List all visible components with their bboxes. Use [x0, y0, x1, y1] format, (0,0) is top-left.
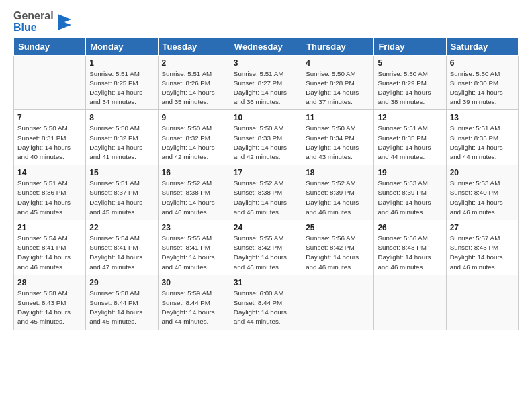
calendar-cell: 3Sunrise: 5:51 AMSunset: 8:27 PMDaylight… [230, 55, 302, 110]
day-number: 6 [450, 58, 515, 68]
day-number: 14 [17, 168, 82, 177]
day-number: 25 [306, 223, 370, 232]
calendar-cell: 26Sunrise: 5:56 AMSunset: 8:43 PMDayligh… [374, 220, 446, 275]
day-number: 26 [378, 223, 442, 232]
calendar-cell: 11Sunrise: 5:50 AMSunset: 8:34 PMDayligh… [302, 110, 374, 165]
day-number: 1 [89, 58, 154, 68]
calendar-cell: 13Sunrise: 5:51 AMSunset: 8:35 PMDayligh… [446, 110, 518, 165]
calendar-cell: 8Sunrise: 5:50 AMSunset: 8:32 PMDaylight… [86, 110, 158, 165]
day-info: Sunrise: 5:56 AMSunset: 8:43 PMDaylight:… [378, 234, 442, 272]
calendar-cell: 23Sunrise: 5:55 AMSunset: 8:41 PMDayligh… [158, 220, 230, 275]
calendar-cell: 10Sunrise: 5:50 AMSunset: 8:33 PMDayligh… [230, 110, 302, 165]
day-info: Sunrise: 5:52 AMSunset: 8:38 PMDaylight:… [162, 179, 226, 217]
calendar-cell: 2Sunrise: 5:51 AMSunset: 8:26 PMDaylight… [158, 55, 230, 110]
day-info: Sunrise: 5:54 AMSunset: 8:41 PMDaylight:… [89, 234, 154, 272]
calendar-cell: 1Sunrise: 5:51 AMSunset: 8:25 PMDaylight… [86, 55, 158, 110]
day-info: Sunrise: 5:51 AMSunset: 8:37 PMDaylight:… [89, 179, 154, 217]
day-info: Sunrise: 5:51 AMSunset: 8:35 PMDaylight:… [378, 124, 442, 162]
day-info: Sunrise: 5:54 AMSunset: 8:41 PMDaylight:… [17, 234, 82, 272]
day-number: 30 [162, 278, 226, 287]
day-info: Sunrise: 5:50 AMSunset: 8:33 PMDaylight:… [234, 124, 298, 162]
day-number: 16 [162, 168, 226, 177]
day-number: 27 [450, 223, 515, 232]
calendar-cell: 27Sunrise: 5:57 AMSunset: 8:43 PMDayligh… [446, 220, 518, 275]
day-number: 28 [17, 278, 82, 287]
day-header-wednesday: Wednesday [230, 38, 302, 55]
day-info: Sunrise: 5:52 AMSunset: 8:39 PMDaylight:… [306, 179, 370, 217]
day-number: 8 [89, 113, 154, 122]
calendar-cell: 6Sunrise: 5:50 AMSunset: 8:30 PMDaylight… [446, 55, 518, 110]
day-number: 22 [89, 223, 154, 232]
day-number: 29 [89, 278, 154, 287]
day-number: 10 [234, 113, 298, 122]
day-number: 13 [450, 113, 515, 122]
day-number: 15 [89, 168, 154, 177]
day-info: Sunrise: 5:50 AMSunset: 8:28 PMDaylight:… [306, 69, 370, 107]
calendar-table: SundayMondayTuesdayWednesdayThursdayFrid… [13, 38, 519, 330]
day-info: Sunrise: 5:55 AMSunset: 8:42 PMDaylight:… [234, 234, 298, 272]
day-info: Sunrise: 5:53 AMSunset: 8:39 PMDaylight:… [378, 179, 442, 217]
day-number: 2 [162, 58, 226, 68]
day-info: Sunrise: 5:51 AMSunset: 8:27 PMDaylight:… [234, 69, 298, 107]
day-info: Sunrise: 5:57 AMSunset: 8:43 PMDaylight:… [450, 234, 515, 272]
calendar-cell: 30Sunrise: 5:59 AMSunset: 8:44 PMDayligh… [158, 275, 230, 330]
day-number: 5 [378, 58, 442, 68]
day-info: Sunrise: 5:58 AMSunset: 8:43 PMDaylight:… [17, 289, 82, 327]
day-number: 23 [162, 223, 226, 232]
day-info: Sunrise: 5:50 AMSunset: 8:31 PMDaylight:… [17, 124, 82, 162]
calendar-cell: 28Sunrise: 5:58 AMSunset: 8:43 PMDayligh… [14, 275, 86, 330]
day-info: Sunrise: 5:51 AMSunset: 8:36 PMDaylight:… [17, 179, 82, 217]
day-info: Sunrise: 5:51 AMSunset: 8:35 PMDaylight:… [450, 124, 515, 162]
day-info: Sunrise: 5:50 AMSunset: 8:32 PMDaylight:… [162, 124, 226, 162]
calendar-cell: 21Sunrise: 5:54 AMSunset: 8:41 PMDayligh… [14, 220, 86, 275]
calendar-cell: 18Sunrise: 5:52 AMSunset: 8:39 PMDayligh… [302, 165, 374, 220]
calendar-cell: 16Sunrise: 5:52 AMSunset: 8:38 PMDayligh… [158, 165, 230, 220]
day-info: Sunrise: 5:50 AMSunset: 8:30 PMDaylight:… [450, 69, 515, 107]
calendar-cell: 22Sunrise: 5:54 AMSunset: 8:41 PMDayligh… [86, 220, 158, 275]
calendar-cell: 12Sunrise: 5:51 AMSunset: 8:35 PMDayligh… [374, 110, 446, 165]
calendar-cell [374, 275, 446, 330]
calendar-cell: 7Sunrise: 5:50 AMSunset: 8:31 PMDaylight… [14, 110, 86, 165]
day-info: Sunrise: 5:53 AMSunset: 8:40 PMDaylight:… [450, 179, 515, 217]
calendar-cell [446, 275, 518, 330]
day-info: Sunrise: 5:51 AMSunset: 8:26 PMDaylight:… [162, 69, 226, 107]
day-info: Sunrise: 5:59 AMSunset: 8:44 PMDaylight:… [162, 289, 226, 327]
calendar-cell: 31Sunrise: 6:00 AMSunset: 8:44 PMDayligh… [230, 275, 302, 330]
calendar-cell: 15Sunrise: 5:51 AMSunset: 8:37 PMDayligh… [86, 165, 158, 220]
day-number: 18 [306, 168, 370, 177]
day-info: Sunrise: 5:50 AMSunset: 8:34 PMDaylight:… [306, 124, 370, 162]
day-number: 19 [378, 168, 442, 177]
calendar-cell: 5Sunrise: 5:50 AMSunset: 8:29 PMDaylight… [374, 55, 446, 110]
day-number: 20 [450, 168, 515, 177]
day-info: Sunrise: 6:00 AMSunset: 8:44 PMDaylight:… [234, 289, 298, 327]
day-info: Sunrise: 5:55 AMSunset: 8:41 PMDaylight:… [162, 234, 226, 272]
day-number: 24 [234, 223, 298, 232]
day-number: 21 [17, 223, 82, 232]
calendar-cell [302, 275, 374, 330]
calendar-cell: 19Sunrise: 5:53 AMSunset: 8:39 PMDayligh… [374, 165, 446, 220]
calendar-cell: 14Sunrise: 5:51 AMSunset: 8:36 PMDayligh… [14, 165, 86, 220]
day-header-friday: Friday [374, 38, 446, 55]
day-info: Sunrise: 5:56 AMSunset: 8:42 PMDaylight:… [306, 234, 370, 272]
day-info: Sunrise: 5:51 AMSunset: 8:25 PMDaylight:… [89, 69, 154, 107]
day-header-tuesday: Tuesday [158, 38, 230, 55]
day-info: Sunrise: 5:50 AMSunset: 8:29 PMDaylight:… [378, 69, 442, 107]
logo: General Blue [13, 11, 71, 34]
day-number: 17 [234, 168, 298, 177]
day-number: 4 [306, 58, 370, 68]
day-header-sunday: Sunday [14, 38, 86, 55]
calendar-cell: 24Sunrise: 5:55 AMSunset: 8:42 PMDayligh… [230, 220, 302, 275]
calendar-cell: 20Sunrise: 5:53 AMSunset: 8:40 PMDayligh… [446, 165, 518, 220]
day-info: Sunrise: 5:52 AMSunset: 8:38 PMDaylight:… [234, 179, 298, 217]
day-header-saturday: Saturday [446, 38, 518, 55]
calendar-cell [14, 55, 86, 110]
calendar-cell: 17Sunrise: 5:52 AMSunset: 8:38 PMDayligh… [230, 165, 302, 220]
day-number: 9 [162, 113, 226, 122]
calendar-cell: 29Sunrise: 5:58 AMSunset: 8:44 PMDayligh… [86, 275, 158, 330]
day-info: Sunrise: 5:50 AMSunset: 8:32 PMDaylight:… [89, 124, 154, 162]
day-number: 12 [378, 113, 442, 122]
day-number: 7 [17, 113, 82, 122]
calendar-cell: 25Sunrise: 5:56 AMSunset: 8:42 PMDayligh… [302, 220, 374, 275]
day-info: Sunrise: 5:58 AMSunset: 8:44 PMDaylight:… [89, 289, 154, 327]
day-number: 31 [234, 278, 298, 287]
